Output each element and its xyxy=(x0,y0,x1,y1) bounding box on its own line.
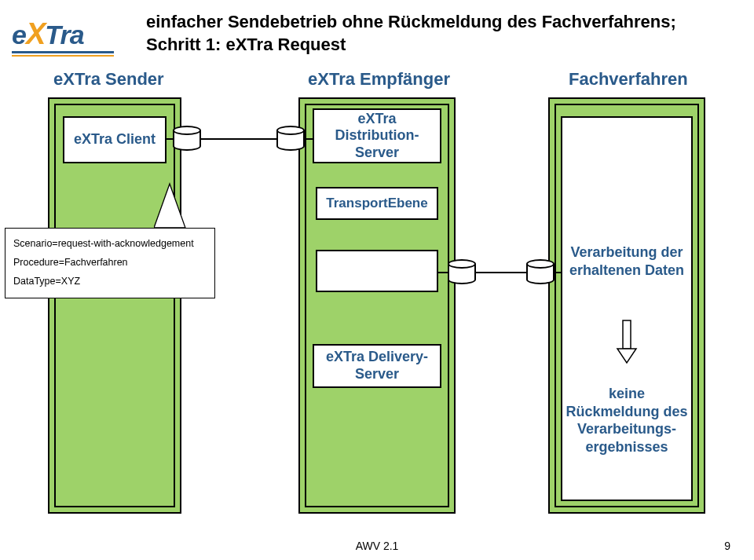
column-label-empfaenger: eXTra Empfänger xyxy=(308,69,450,90)
extra-client-box: eXTra Client xyxy=(63,116,167,163)
svg-rect-0 xyxy=(623,320,631,349)
transport-ebene-box: TransportEbene xyxy=(316,187,438,220)
database-cylinder-icon xyxy=(448,259,476,284)
fach-keine-rueckmeldung-text: keine Rückmeldung des Verarbeitungs-erge… xyxy=(566,385,688,456)
callout-pointer-icon xyxy=(154,182,201,229)
distribution-server-box: eXTra Distribution-Server xyxy=(313,108,441,163)
logo-letter-e: e xyxy=(12,20,26,49)
connector-line xyxy=(476,272,526,273)
extra-logo: eXTra xyxy=(12,14,122,53)
svg-marker-2 xyxy=(154,184,185,228)
connector-line xyxy=(305,138,313,140)
svg-marker-1 xyxy=(617,349,636,363)
page-number: 9 xyxy=(724,540,730,552)
logo-underline xyxy=(12,51,114,53)
fach-verarbeitung-text: Verarbeitung der erhaltenen Daten xyxy=(566,243,688,279)
connector-line xyxy=(201,138,276,140)
slide-title: einfacher Sendebetrieb ohne Rückmeldung … xyxy=(146,11,696,56)
database-cylinder-icon xyxy=(526,259,555,284)
datatype-line: DataType=XYZ xyxy=(13,273,207,291)
down-arrow-icon xyxy=(616,319,638,366)
column-label-fachverfahren: Fachverfahren xyxy=(569,69,688,90)
connector-line xyxy=(555,272,562,273)
logo-letters-tra: Tra xyxy=(45,20,83,49)
logo-underline-orange xyxy=(12,55,114,57)
empfaenger-column-inner xyxy=(305,104,449,507)
sender-column-inner xyxy=(54,104,175,507)
transport-empty-box xyxy=(316,250,438,292)
procedure-line: Procedure=Fachverfahren xyxy=(13,254,207,273)
footer-label: AWV 2.1 xyxy=(0,540,754,552)
database-cylinder-icon xyxy=(173,126,201,151)
column-label-sender: eXTra Sender xyxy=(53,69,164,90)
scenario-line: Scenario=request-with-acknowledgement xyxy=(13,235,207,254)
delivery-server-box: eXTra Delivery-Server xyxy=(313,344,441,388)
scenario-parameters-box: Scenario=request-with-acknowledgement Pr… xyxy=(5,228,215,298)
database-cylinder-icon xyxy=(276,126,305,151)
logo-letter-x: X xyxy=(26,17,45,50)
